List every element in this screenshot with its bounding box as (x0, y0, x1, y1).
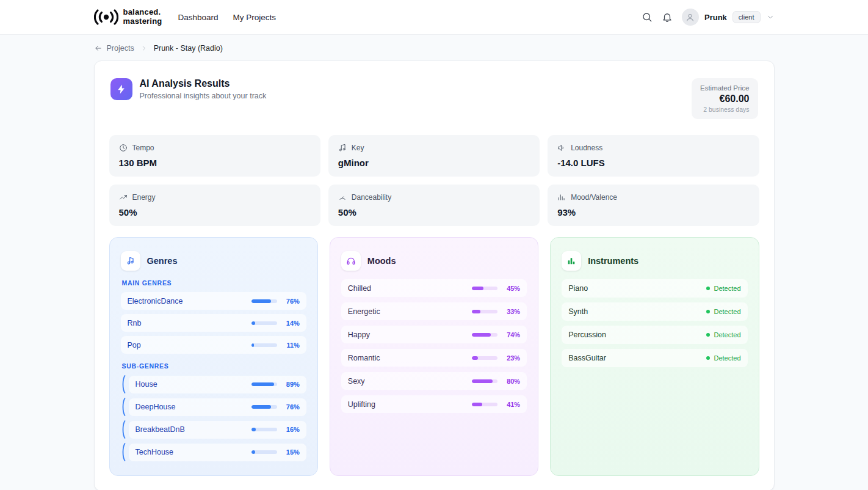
instrument-name: Synth (568, 307, 588, 316)
logo-text: balanced. mastering (123, 8, 162, 26)
breadcrumb: Projects Prunk - Stay (Radio) (94, 35, 775, 60)
mood-row: Sexy 80% (341, 372, 527, 390)
mood-name: Uplifting (348, 400, 375, 409)
sub-genre-row: TechHouse 15% (121, 443, 306, 461)
stat-value: 93% (557, 207, 749, 218)
genre-name: BreakbeatDnB (136, 425, 185, 434)
mood-percent: 45% (502, 285, 520, 292)
bracket-icon (121, 420, 126, 439)
sub-genre-row: DeepHouse 76% (121, 398, 306, 416)
detected-dot-icon (706, 310, 710, 313)
genre-percent: 15% (282, 448, 300, 456)
stat-value: gMinor (338, 158, 530, 168)
trending-up-icon (119, 193, 128, 202)
main-genres-label: MAIN GENRES (122, 279, 306, 287)
instruments-panel: Instruments Piano Detected Synth Detecte… (550, 237, 759, 476)
search-button[interactable] (642, 12, 653, 23)
genre-progress-bar (251, 450, 277, 454)
genre-percent: 89% (282, 381, 300, 388)
logo[interactable]: balanced. mastering (94, 8, 162, 26)
instrument-name: BassGuitar (568, 354, 606, 362)
genre-progress-bar (251, 428, 277, 431)
detected-dot-icon (706, 333, 710, 337)
mood-progress-bar (472, 356, 497, 360)
equalizer-icon (557, 193, 566, 202)
stat-label: Mood/Valence (571, 193, 617, 202)
sub-genre-row: House 89% (121, 375, 306, 393)
nav-link-dashboard[interactable]: Dashboard (178, 13, 218, 22)
genre-name: ElectronicDance (128, 297, 183, 305)
search-icon (642, 12, 653, 23)
stat-value: -14.0 LUFS (557, 158, 749, 168)
mood-progress-bar (472, 333, 497, 337)
detected-label: Detected (714, 285, 740, 292)
stat-value: 130 BPM (119, 158, 311, 168)
detected-dot-icon (706, 356, 710, 360)
genre-percent: 16% (282, 426, 300, 433)
genre-name: Rnb (128, 319, 142, 327)
detected-badge: Detected (706, 331, 740, 338)
mood-row: Chilled 45% (341, 279, 527, 297)
breadcrumb-current: Prunk - Stay (Radio) (154, 44, 223, 53)
stat-label: Energy (132, 193, 156, 202)
mood-name: Chilled (348, 284, 371, 293)
lightning-icon (110, 78, 132, 100)
stat-mood-valence: Mood/Valence 93% (548, 185, 759, 226)
instrument-row: Piano Detected (562, 279, 747, 298)
detected-dot-icon (706, 287, 710, 290)
mood-name: Energetic (348, 307, 380, 316)
chevron-down-icon[interactable] (766, 13, 775, 21)
genre-progress-bar (251, 405, 277, 409)
moods-panel: Moods Chilled 45% Energetic 33% (330, 237, 538, 476)
arrow-left-icon (94, 44, 103, 53)
logo-soundwave-icon (94, 9, 118, 25)
bracket-icon (121, 375, 126, 393)
genre-name: House (136, 380, 157, 389)
genre-name: Pop (128, 341, 141, 349)
mood-row: Energetic 33% (341, 302, 527, 320)
notifications-button[interactable] (662, 12, 673, 23)
mood-name: Romantic (348, 354, 380, 362)
instrument-row: Percussion Detected (562, 326, 747, 344)
genre-progress-bar (251, 299, 277, 303)
instrument-name: Percussion (568, 331, 606, 339)
page-title: AI Analysis Results (140, 78, 267, 89)
nav-link-my-projects[interactable]: My Projects (233, 13, 276, 22)
user-role-badge: client (732, 11, 761, 23)
stat-label: Key (352, 144, 364, 152)
page-subtitle: Professional insights about your track (140, 92, 267, 100)
detected-label: Detected (714, 331, 740, 338)
stat-loudness: Loudness -14.0 LUFS (548, 135, 759, 177)
analysis-card: AI Analysis Results Professional insight… (94, 60, 775, 490)
breadcrumb-back-link[interactable]: Projects (94, 44, 134, 53)
estimated-price-box: Estimated Price €60.00 2 business days (692, 78, 758, 119)
price-value: €60.00 (700, 93, 750, 104)
stat-value: 50% (119, 207, 311, 218)
stat-key: Key gMinor (328, 135, 540, 177)
mood-percent: 41% (502, 401, 520, 408)
detected-badge: Detected (706, 354, 740, 362)
mood-row: Romantic 23% (341, 349, 527, 367)
stat-label: Danceability (352, 193, 391, 202)
genre-percent: 76% (282, 403, 300, 411)
bracket-icon (121, 398, 126, 416)
genres-title: Genres (147, 256, 178, 266)
mood-progress-bar (472, 403, 497, 406)
genre-progress-bar (251, 321, 277, 325)
user-menu[interactable]: Prunk client (682, 9, 775, 26)
genre-percent: 11% (282, 342, 300, 349)
avatar (682, 9, 699, 26)
stats-grid: Tempo 130 BPM Key gMinor Lou (109, 135, 759, 226)
card-header: AI Analysis Results Professional insight… (109, 76, 759, 119)
gauge-icon (338, 193, 347, 202)
sub-genre-row: BreakbeatDnB 16% (121, 420, 306, 439)
music-note-icon (121, 251, 140, 271)
mood-row: Uplifting 41% (341, 395, 527, 413)
stat-energy: Energy 50% (109, 185, 320, 226)
mood-percent: 23% (502, 354, 520, 362)
mood-progress-bar (472, 287, 497, 290)
genre-row: ElectronicDance 76% (121, 292, 306, 310)
instrument-name: Piano (568, 284, 588, 293)
genre-percent: 76% (282, 298, 300, 305)
mood-progress-bar (472, 310, 497, 313)
